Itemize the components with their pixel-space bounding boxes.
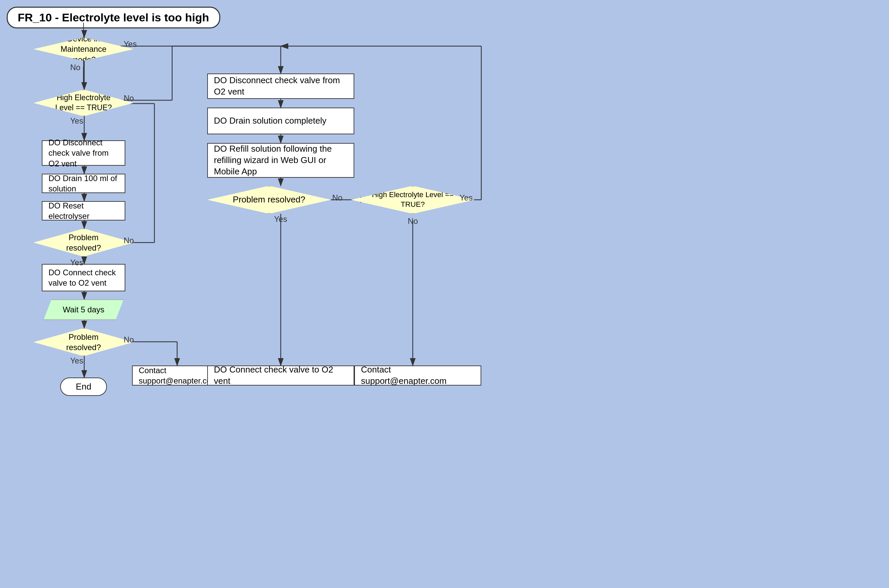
drain-100ml: DO Drain 100 ml of solution	[42, 174, 125, 193]
yes-label-high-elec: Yes	[70, 116, 83, 126]
yes-label-prob2: Yes	[70, 356, 83, 366]
problem-resolved-2-diamond: Problem resolved?	[33, 328, 134, 356]
high-electrolyte-diamond: High Electrolyte Level == TRUE?	[33, 90, 134, 116]
drain-solution: DO Drain solution completely	[207, 108, 354, 134]
wait-5-days: Wait 5 days	[44, 299, 124, 320]
high-electrolyte-2-diamond: High Electrolyte Level == TRUE?	[351, 186, 475, 214]
no-label-prob1: No	[124, 236, 134, 245]
refill-solution: DO Refill solution following the refilli…	[207, 143, 354, 178]
yes-label-prob3: Yes	[274, 214, 287, 224]
yes-label-high-elec2: Yes	[460, 193, 473, 202]
no-label-high-elec2: No	[408, 216, 418, 226]
reset-electrolyser: DO Reset electrolyser	[42, 201, 125, 220]
device-maintenance-diamond: Device in Maintenance mode?	[33, 38, 134, 61]
no-label-prob3: No	[332, 193, 342, 202]
problem-resolved-3-diamond: Problem resolved?	[207, 186, 331, 214]
no-label-device: No	[70, 63, 81, 72]
flowchart-arrows	[0, 0, 889, 588]
disconnect-check-valve-right: DO Disconnect check valve from O2 vent	[207, 74, 354, 99]
end-oval: End	[60, 378, 107, 396]
problem-resolved-1-diamond: Problem resolved?	[33, 228, 134, 256]
yes-label-prob1: Yes	[70, 258, 83, 267]
no-label-high-elec: No	[124, 93, 134, 103]
connect-check-valve-right: DO Connect check valve to O2 vent	[207, 366, 354, 386]
connect-check-valve-left: DO Connect check valve to O2 vent	[42, 264, 125, 291]
disconnect-check-valve-left: DO Disconnect check valve from O2 vent	[42, 140, 125, 166]
yes-label-device: Yes	[124, 39, 137, 49]
contact-support-2: Contact support@enapter.com	[354, 366, 481, 386]
page-title: FR_10 - Electrolyte level is too high	[7, 7, 220, 28]
no-label-prob2: No	[124, 335, 134, 345]
